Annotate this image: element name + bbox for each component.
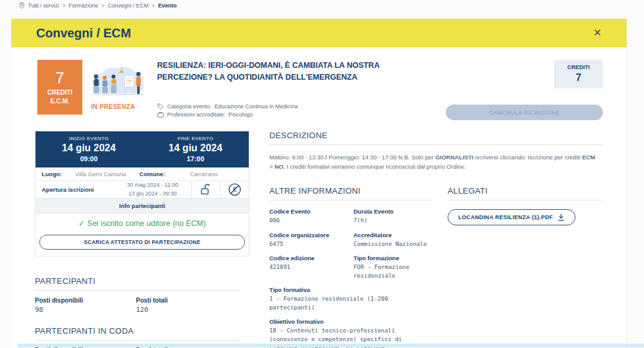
- event-category-label: Categoria evento:: [167, 103, 211, 110]
- registration-open-cell: [191, 181, 220, 198]
- field-accreditatore: Accreditatore Commissione Nazionale: [353, 232, 433, 248]
- event-modal: Convegni / ECM ✕ 7 CREDITI E.C.M.: [11, 19, 627, 348]
- event-illustration: [86, 63, 148, 103]
- breadcrumb-separator: >: [101, 2, 104, 9]
- registration-window-row: Apertura iscrizioni 30 mag 2024 - 11:00 …: [36, 181, 249, 199]
- schedule-dates-header: INIZIO EVENTO 14 giu 2024 09:00 FINE EVE…: [36, 131, 249, 167]
- field-label: Obiettivo formativo: [269, 318, 433, 325]
- registration-window-dates: 30 mag 2024 - 11:00 13 giu 2024 - 09:30: [113, 181, 191, 198]
- breadcrumb-tutti-i-servizi[interactable]: Tutti i servizi: [28, 2, 59, 9]
- event-professions-value: Psicologo: [229, 111, 253, 118]
- participants-total-value: 120: [136, 306, 237, 314]
- participants-total-label: Posti totali: [136, 297, 237, 304]
- field-label: Codice edizione: [269, 255, 348, 261]
- free-event-cell: €: [220, 181, 249, 198]
- description-part: Pomeriggio: 14.30 - 17.00 N.B. Solo per: [327, 154, 435, 161]
- breadcrumb-separator: >: [151, 2, 155, 9]
- field-value: 421891: [269, 263, 348, 271]
- municipality-label: Comune:: [140, 171, 165, 177]
- registration-close-datetime: 13 giu 2024 - 09:30: [113, 190, 191, 199]
- field-tipo-formazione: Tipo formazione FOR - Formazione residen…: [353, 255, 433, 280]
- schedule-card: INIZIO EVENTO 14 giu 2024 09:00 FINE EVE…: [35, 131, 249, 256]
- field-value: Commissione Nazionale: [353, 240, 433, 248]
- breadcrumb-convegni-ecm[interactable]: Convegni / ECM: [108, 2, 149, 9]
- event-category-line: Categoria evento: Educazione Continua in…: [157, 103, 431, 110]
- attachment-file-label: LOCANDINA RESILIENZA (1).PDF: [458, 214, 553, 220]
- tag-icon: [157, 103, 164, 110]
- description-section: DESCRIZIONE Mattino: 9.00 - 13.30 / Pome…: [269, 131, 603, 171]
- venue-row: Luogo: Villa Gens Camuria Comune: Camera…: [36, 167, 249, 181]
- credits-box-label: CREDITI: [554, 64, 603, 70]
- open-padlock-icon: [200, 183, 212, 196]
- field-label: Codice organizzatore: [269, 232, 348, 238]
- field-value: 1 - Formazione residenziale (1-200 parte…: [269, 294, 433, 311]
- event-details-column: DESCRIZIONE Mattino: 9.00 - 13.30 / Pome…: [269, 131, 603, 348]
- venue-value: Villa Gens Camuria: [62, 171, 139, 177]
- page-title: Convegni / ECM: [36, 26, 131, 40]
- event-actions-zone: CREDITI 7 CANCELLA ISCRIZIONE: [446, 60, 603, 127]
- participants-available-label: Posti disponibili: [35, 297, 136, 304]
- download-icon: [557, 214, 565, 221]
- other-info-section: ALTRE INFORMAZIONI Codice Evento 006 Dur…: [269, 186, 433, 348]
- credits-box-value: 7: [554, 72, 603, 83]
- event-category-value: Educazione Continua in Medicina: [214, 103, 298, 110]
- modal-body: 7 CREDITI E.C.M.: [11, 47, 627, 348]
- check-icon: ✓: [79, 219, 85, 228]
- municipality-value: Camerano: [165, 171, 243, 177]
- event-start-time: 09:00: [36, 155, 142, 162]
- description-part: Mattino: 9.00 - 13.30: [269, 154, 325, 161]
- event-badge-zone: 7 CREDITI E.C.M.: [35, 60, 157, 127]
- description-text: Mattino: 9.00 - 13.30 / Pomeriggio: 14.3…: [269, 153, 603, 171]
- close-icon[interactable]: ✕: [594, 28, 602, 38]
- event-professions-label: Professioni accreditate:: [167, 111, 226, 118]
- event-mode-label: IN PRESENZA: [91, 103, 135, 110]
- registration-status: ✓ Sei iscritto come uditore (no ECM): [36, 214, 249, 233]
- event-title-zone: RESILIENZA: IERI-OGGI-DOMANI, È CAMBIATA…: [157, 60, 446, 127]
- event-header: 7 CREDITI E.C.M.: [35, 60, 603, 127]
- location-pin-icon: [19, 2, 25, 9]
- event-end-time: 17:00: [142, 155, 249, 162]
- registration-status-text: Sei iscritto come uditore (no ECM): [87, 219, 206, 228]
- participants-heading: PARTECIPANTI: [35, 276, 241, 291]
- briefcase-icon: [157, 111, 164, 118]
- description-part: iscriversi cliccando: Iscrizione per cre…: [473, 154, 582, 161]
- event-start: INIZIO EVENTO 14 giu 2024 09:00: [36, 136, 142, 162]
- breadcrumb-separator: >: [62, 2, 65, 9]
- field-codice-edizione: Codice edizione 421891: [269, 255, 348, 280]
- venue-label: Luogo:: [42, 171, 62, 177]
- description-part: I crediti formativi verranno comunque ri…: [285, 163, 466, 170]
- ecm-credits-label: CREDITI: [47, 89, 72, 96]
- queue-participants-heading: PARTECIPANTI IN CODA: [35, 326, 241, 341]
- field-codice-organizzatore: Codice organizzatore 6475: [269, 232, 348, 248]
- description-part: >: [269, 163, 274, 170]
- event-professions-line: Professioni accreditate: Psicologo: [157, 111, 431, 118]
- cancel-registration-button[interactable]: CANCELLA ISCRIZIONE: [446, 105, 603, 120]
- event-end: FINE EVENTO 14 giu 2024 17:00: [142, 136, 249, 162]
- ecm-credits-badge: 7 CREDITI E.C.M.: [37, 60, 82, 115]
- description-bold: ECM: [582, 154, 595, 161]
- horizontal-scrollbar[interactable]: [17, 344, 644, 347]
- field-label: Tipo formazione: [353, 255, 433, 261]
- field-label: Durata Evento: [353, 208, 433, 215]
- field-codice-evento: Codice Evento 006: [269, 208, 348, 224]
- description-bold: NO.: [274, 163, 285, 170]
- participants-info-header: Info partecipanti: [36, 199, 249, 214]
- breadcrumb-formazione[interactable]: Formazione: [69, 2, 99, 9]
- participants-total: Posti totali 120: [136, 297, 237, 314]
- field-value: FOR - Formazione residenziale: [353, 263, 433, 280]
- credits-box: CREDITI 7: [554, 60, 603, 88]
- participants-section: PARTECIPANTI Posti disponibili 98 Posti …: [35, 276, 241, 314]
- breadcrumb-evento: Evento: [158, 2, 177, 9]
- download-certificate-button[interactable]: SCARICA ATTESTATO DI PARTECIPAZIONE: [39, 235, 245, 250]
- event-start-date: 14 giu 2024: [36, 143, 142, 154]
- field-durata-evento: Durata Evento 7(h): [353, 208, 433, 224]
- field-tipo-formativa: Tipo formativa 1 - Formazione residenzia…: [269, 286, 433, 311]
- registration-open-datetime: 30 mag 2024 - 11:00: [113, 181, 191, 190]
- attachment-download-button[interactable]: LOCANDINA RESILIENZA (1).PDF: [448, 209, 575, 225]
- ecm-credits-label2: E.C.M.: [50, 98, 70, 105]
- event-title: RESILIENZA: IERI-OGGI-DOMANI, È CAMBIATA…: [157, 60, 431, 83]
- field-label: Tipo formativa: [269, 286, 433, 293]
- breadcrumb: Tutti i servizi > Formazione > Convegni …: [19, 2, 177, 9]
- field-value: 6475: [269, 240, 348, 248]
- modal-header: Convegni / ECM ✕: [11, 19, 627, 47]
